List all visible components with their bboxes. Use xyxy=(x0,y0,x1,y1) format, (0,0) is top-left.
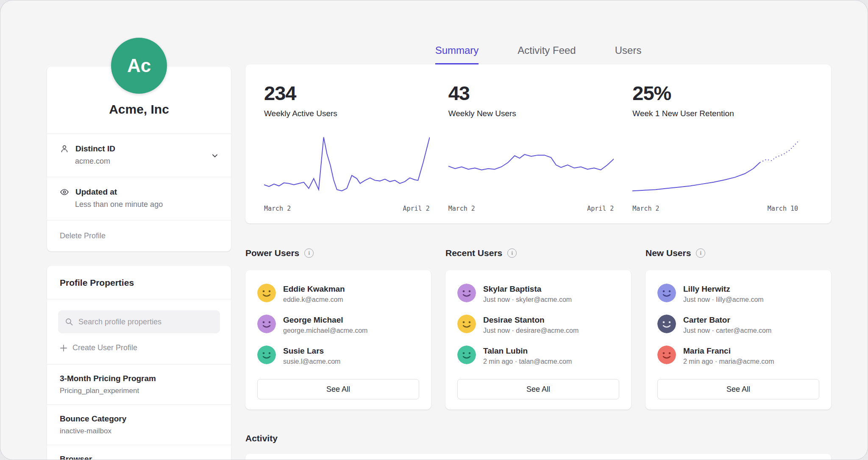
user-row[interactable]: Skylar Baptista Just now · skyler@acme.c… xyxy=(457,284,619,304)
property-value: Pricing_plan_experiment xyxy=(60,387,218,395)
axis-end-label: March 10 xyxy=(768,205,798,212)
user-meta: Just now · lilly@acme.com xyxy=(683,296,764,304)
tab-activity-feed[interactable]: Activity Feed xyxy=(517,45,576,64)
user-row[interactable]: Susie Lars susie.l@acme.com xyxy=(257,346,419,365)
metric-week1-retention: 25% Week 1 New User Retention March 2 Ma… xyxy=(632,81,817,212)
activity-card: 234 240 3.4k xyxy=(245,454,831,460)
power-users-column: Power Users i Eddie Kwakman eddie.k@acme… xyxy=(245,248,431,410)
chart-axis: March 2 April 2 xyxy=(448,205,614,212)
info-icon[interactable]: i xyxy=(696,248,705,258)
property-label: Browser xyxy=(60,454,218,460)
user-row[interactable]: Desirae Stanton Just now · desirare@acme… xyxy=(457,315,619,335)
tab-summary[interactable]: Summary xyxy=(435,45,479,64)
user-avatar xyxy=(657,315,676,333)
see-all-button[interactable]: See All xyxy=(657,379,819,399)
user-avatar xyxy=(257,315,276,333)
recent-users-card: Skylar Baptista Just now · skyler@acme.c… xyxy=(445,270,631,410)
see-all-button[interactable]: See All xyxy=(457,379,619,399)
info-icon[interactable]: i xyxy=(304,248,314,258)
distinct-id-value: acme.com xyxy=(75,157,218,166)
person-icon xyxy=(60,144,69,153)
app-window: Ac Acme, Inc Distinct ID acme.com xyxy=(0,0,868,460)
user-name: Talan Lubin xyxy=(483,346,572,356)
plus-icon xyxy=(60,344,67,352)
metric-label: Week 1 New User Retention xyxy=(632,109,798,118)
metric-weekly-new-users: 43 Weekly New Users March 2 April 2 xyxy=(448,81,633,212)
user-email: eddie.k@acme.com xyxy=(283,296,345,304)
user-row[interactable]: Maria Franci 2 min ago · maria@acme.com xyxy=(657,346,819,365)
user-name: Susie Lars xyxy=(283,346,340,356)
activity-title: Activity xyxy=(245,433,831,443)
profile-card: Acme, Inc Distinct ID acme.com xyxy=(47,67,231,251)
property-value: inactive-mailbox xyxy=(60,427,218,435)
eye-icon xyxy=(60,187,69,197)
profile-sidebar: Ac Acme, Inc Distinct ID acme.com xyxy=(47,0,231,460)
user-row[interactable]: Eddie Kwakman eddie.k@acme.com xyxy=(257,284,419,304)
user-row[interactable]: George Michael george.michael@acme.com xyxy=(257,315,419,335)
user-avatar xyxy=(457,284,476,302)
property-item[interactable]: Bounce Category inactive-mailbox xyxy=(47,404,231,445)
metric-value: 25% xyxy=(632,81,798,105)
company-avatar-initials: Ac xyxy=(127,55,151,76)
search-icon xyxy=(65,318,73,326)
week1-retention-chart xyxy=(632,133,798,200)
company-avatar: Ac xyxy=(111,38,167,94)
property-item[interactable]: 3-Month Pricing Program Pricing_plan_exp… xyxy=(47,364,231,404)
user-avatar xyxy=(657,284,676,302)
property-label: 3-Month Pricing Program xyxy=(60,374,218,383)
user-avatar xyxy=(657,346,676,364)
user-email: george.michael@acme.com xyxy=(283,327,367,335)
chart-axis: March 2 March 10 xyxy=(632,205,798,212)
recent-users-column: Recent Users i Skylar Baptista Just now … xyxy=(445,248,631,410)
profile-properties-title: Profile Properties xyxy=(47,266,231,299)
metric-value: 43 xyxy=(448,81,614,105)
user-meta: 2 min ago · maria@acme.com xyxy=(683,358,774,365)
metric-weekly-active-users: 234 Weekly Active Users March 2 April 2 xyxy=(264,81,448,212)
profile-properties-search[interactable] xyxy=(58,310,220,333)
distinct-id-row[interactable]: Distinct ID acme.com xyxy=(47,134,231,177)
user-row[interactable]: Lilly Herwitz Just now · lilly@acme.com xyxy=(657,284,819,304)
new-users-card: Lilly Herwitz Just now · lilly@acme.com … xyxy=(645,270,831,410)
property-item[interactable]: Browser Chrome xyxy=(47,445,231,460)
user-avatar xyxy=(457,315,476,333)
recent-users-title: Recent Users xyxy=(445,248,502,258)
property-label: Bounce Category xyxy=(60,414,218,424)
tab-users[interactable]: Users xyxy=(615,45,642,64)
axis-end-label: April 2 xyxy=(403,205,429,212)
weekly-new-users-chart xyxy=(448,133,614,200)
info-icon[interactable]: i xyxy=(507,248,517,258)
user-email: susie.l@acme.com xyxy=(283,358,340,365)
search-input[interactable] xyxy=(78,318,213,326)
create-user-profile-button[interactable]: Create User Profile xyxy=(60,343,218,352)
user-name: George Michael xyxy=(283,315,367,325)
updated-at-row: Updated at Less than one minute ago xyxy=(47,177,231,220)
updated-at-label: Updated at xyxy=(75,187,117,197)
user-avatar xyxy=(257,284,276,302)
user-row[interactable]: Talan Lubin 2 min ago · talan@acme.com xyxy=(457,346,619,365)
profile-properties-card: Profile Properties Create User Profile 3… xyxy=(47,266,231,460)
activity-section: Activity 234 240 3.4k xyxy=(245,433,831,460)
user-row[interactable]: Carter Bator Just now · carter@acme.com xyxy=(657,315,819,335)
delete-profile-button[interactable]: Delete Profile xyxy=(47,220,231,251)
create-user-profile-label: Create User Profile xyxy=(72,343,137,352)
power-users-card: Eddie Kwakman eddie.k@acme.com George Mi… xyxy=(245,270,431,410)
user-meta: Just now · desirare@acme.com xyxy=(483,327,579,335)
axis-start-label: March 2 xyxy=(448,205,475,212)
metric-label: Weekly New Users xyxy=(448,109,614,118)
weekly-active-users-chart xyxy=(264,133,430,200)
user-name: Carter Bator xyxy=(683,315,771,325)
distinct-id-label: Distinct ID xyxy=(75,144,115,153)
user-name: Maria Franci xyxy=(683,346,774,356)
main-content: Summary Activity Feed Users 234 Weekly A… xyxy=(245,0,831,460)
user-name: Lilly Herwitz xyxy=(683,284,764,294)
metric-value: 234 xyxy=(264,81,430,105)
user-meta: Just now · carter@acme.com xyxy=(683,327,771,335)
chevron-down-icon[interactable] xyxy=(211,151,219,160)
metric-label: Weekly Active Users xyxy=(264,109,430,118)
updated-at-value: Less than one minute ago xyxy=(75,200,218,209)
user-meta: 2 min ago · talan@acme.com xyxy=(483,358,572,365)
new-users-title: New Users xyxy=(645,248,691,258)
axis-start-label: March 2 xyxy=(632,205,659,212)
see-all-button[interactable]: See All xyxy=(257,379,419,399)
user-avatar xyxy=(257,346,276,364)
